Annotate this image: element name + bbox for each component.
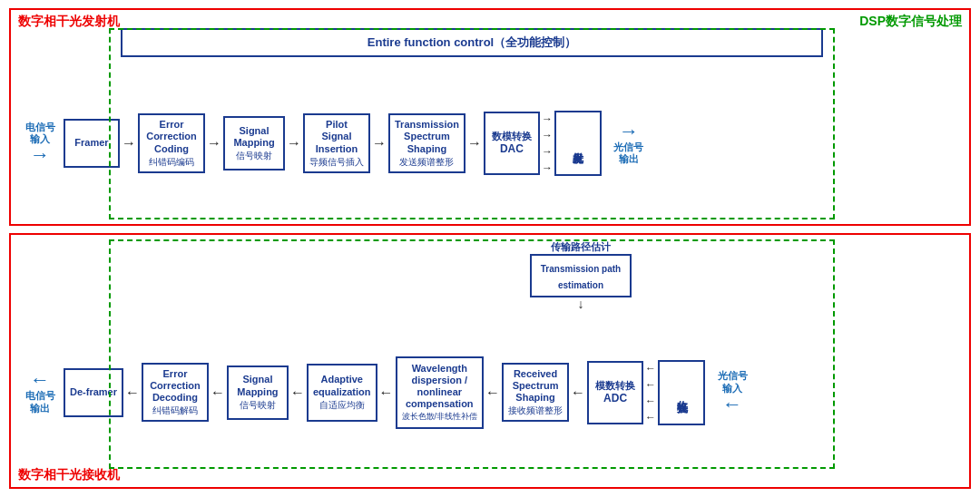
path-est-text: Transmission pathestimation bbox=[541, 264, 621, 290]
block-optical-receiver: 光接收机 bbox=[658, 360, 705, 425]
block-adeq-zh: 自适应均衡 bbox=[319, 400, 365, 411]
block-ecd-zh: 纠错码解码 bbox=[152, 405, 198, 416]
arrow-b3: ← bbox=[289, 385, 307, 401]
block-framer: Framer bbox=[64, 119, 120, 168]
block-wdnc-zh: 波长色散/非线性补偿 bbox=[402, 412, 478, 422]
block-adeq: Adaptiveequalization 自适应均衡 bbox=[307, 364, 377, 422]
block-sigmap-bottom-zh: 信号映射 bbox=[240, 400, 276, 411]
dac-to-optic-arrows: → → → → bbox=[540, 112, 554, 174]
left-out-arrow: ← bbox=[30, 370, 50, 390]
block-ecc: ErrorCorrectionCoding 纠错码编码 bbox=[138, 113, 205, 173]
adc-from-optic-arrows: ← ← ← ← bbox=[643, 362, 658, 424]
arrow-b4: ← bbox=[377, 385, 396, 401]
arrow-4: → bbox=[370, 135, 388, 151]
block-ecc-zh: 纠错码编码 bbox=[149, 157, 194, 168]
arrow-2: → bbox=[205, 135, 223, 151]
block-ecc-en: ErrorCorrectionCoding bbox=[146, 119, 197, 155]
block-rss-zh: 接收频谱整形 bbox=[508, 405, 563, 416]
right-signal-label: 光信号输出 bbox=[613, 141, 643, 165]
block-sigmap-zh: 信号映射 bbox=[236, 151, 272, 161]
block-adeq-en: Adaptiveequalization bbox=[313, 374, 371, 397]
arrow-3: → bbox=[285, 135, 303, 151]
arrow-b2: ← bbox=[209, 385, 227, 401]
block-dac-en2: DAC bbox=[500, 142, 524, 155]
block-framer-label: Framer bbox=[74, 137, 108, 149]
block-sigmap: SignalMapping 信号映射 bbox=[223, 116, 285, 171]
block-pilot-zh: 导频信号插入 bbox=[309, 157, 364, 168]
right-signal-input: 光信号输入 ← bbox=[709, 370, 756, 414]
bottom-section-label: 数字相干光接收机 bbox=[18, 467, 120, 483]
block-deframer: De-framer bbox=[64, 368, 123, 417]
block-rss-en: ReceivedSpectrumShaping bbox=[513, 368, 559, 404]
block-ecd: ErrorCorrectionDecoding 纠错码解码 bbox=[142, 363, 209, 423]
block-tss-en: TransmissionSpectrumShaping bbox=[395, 119, 459, 155]
block-sigmap-bottom-en: SignalMapping bbox=[237, 374, 278, 397]
arrow-5: → bbox=[466, 135, 484, 151]
block-sigmap-bottom: SignalMapping 信号映射 bbox=[227, 365, 289, 420]
right-signal-in-label: 光信号输入 bbox=[718, 370, 748, 394]
left-signal-out-label: 电信号输出 bbox=[25, 390, 55, 414]
block-adc-en2: ADC bbox=[603, 392, 627, 404]
block-sigmap-en: SignalMapping bbox=[233, 125, 274, 149]
block-pilot-en: PilotSignalInsertion bbox=[316, 119, 358, 155]
diagram-container: 数字相干光发射机 DSP数字信号处理 Entire function contr… bbox=[9, 8, 971, 489]
dsp-label: DSP数字信号处理 bbox=[859, 14, 962, 30]
top-section-label: 数字相干光发射机 bbox=[18, 14, 120, 30]
block-ecd-en: ErrorCorrectionDecoding bbox=[150, 368, 201, 404]
block-optical-transmitter: 光发射机 bbox=[554, 111, 602, 176]
path-est-block: Transmission pathestimation bbox=[530, 254, 632, 297]
left-signal-input: 电信号输入 → bbox=[16, 122, 64, 165]
block-adc: 模数转换 ADC bbox=[587, 361, 643, 424]
control-bar: Entire function control（全功能控制） bbox=[121, 28, 823, 57]
bottom-section: 数字相干光接收机 传输路径估计 Transmission pathestimat… bbox=[9, 233, 971, 489]
block-wdnc-en: Wavelengthdispersion /nonlinearcompensat… bbox=[406, 363, 474, 411]
block-tss: TransmissionSpectrumShaping 发送频谱整形 bbox=[388, 113, 466, 173]
right-arrow: → bbox=[619, 122, 639, 141]
block-rss: ReceivedSpectrumShaping 接收频谱整形 bbox=[502, 363, 569, 423]
top-section: 数字相干光发射机 DSP数字信号处理 Entire function contr… bbox=[9, 8, 971, 226]
right-in-arrow: ← bbox=[722, 395, 742, 414]
left-arrow: → bbox=[30, 145, 50, 165]
left-signal-output: ← 电信号输出 bbox=[16, 370, 64, 414]
block-adc-en: 模数转换 bbox=[595, 380, 635, 392]
path-est-down-arrow: ↓ bbox=[577, 297, 583, 310]
path-est-label: 传输路径估计 bbox=[551, 240, 611, 254]
arrow-b1: ← bbox=[123, 385, 142, 401]
arrow-b6: ← bbox=[569, 385, 587, 401]
arrow-1: → bbox=[120, 135, 138, 151]
block-pilot: PilotSignalInsertion 导频信号插入 bbox=[303, 113, 370, 173]
block-dac: 数模转换 DAC bbox=[484, 112, 540, 175]
arrow-b5: ← bbox=[484, 385, 502, 401]
block-tss-zh: 发送频谱整形 bbox=[399, 157, 454, 168]
block-dac-en: 数模转换 bbox=[492, 131, 532, 142]
block-wdnc: Wavelengthdispersion /nonlinearcompensat… bbox=[396, 356, 485, 429]
block-deframer-label: De-framer bbox=[70, 386, 117, 398]
right-signal-output: → 光信号输出 bbox=[605, 122, 652, 165]
left-signal-label: 电信号输入 bbox=[25, 122, 55, 145]
